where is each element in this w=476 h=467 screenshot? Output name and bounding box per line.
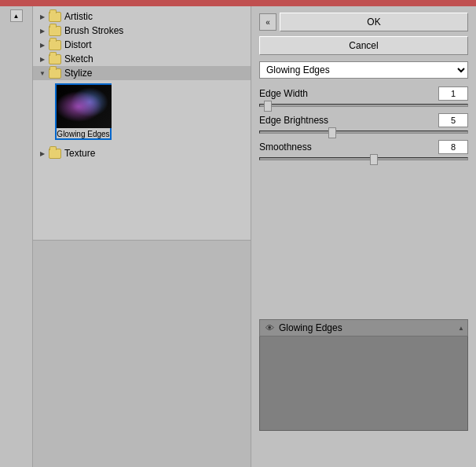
- edge-brightness-header: Edge Brightness 5: [259, 113, 468, 127]
- edge-brightness-label: Edge Brightness: [259, 115, 328, 126]
- preview-scroll-up[interactable]: ▲: [458, 325, 464, 332]
- preview-eye-icon[interactable]: 👁: [263, 322, 276, 334]
- brush-folder-icon: [49, 26, 61, 36]
- sketch-folder-icon: [49, 54, 61, 64]
- filter-panel: ▶ Artistic ▶ Brush Strokes ▶ Distort ▶ S…: [33, 6, 251, 467]
- artistic-arrow: ▶: [38, 12, 47, 21]
- cancel-button[interactable]: Cancel: [259, 36, 468, 55]
- distort-arrow: ▶: [38, 40, 47, 50]
- filter-dropdown-container: Glowing Edges: [259, 61, 468, 79]
- texture-folder-icon: [49, 149, 61, 159]
- glowing-edges-thumb-label: Glowing Edges: [57, 130, 110, 138]
- smoothness-param: Smoothness 8: [259, 140, 468, 160]
- edge-brightness-param: Edge Brightness 5: [259, 113, 468, 134]
- filter-tree: ▶ Artistic ▶ Brush Strokes ▶ Distort ▶ S…: [33, 6, 251, 240]
- glow-simulation: [57, 85, 112, 128]
- glowing-edges-thumb[interactable]: Glowing Edges: [55, 83, 112, 140]
- stylize-label: Stylize: [64, 68, 92, 79]
- stylize-children: Glowing Edges: [49, 80, 251, 146]
- edge-width-thumb[interactable]: [264, 101, 272, 112]
- smoothness-track: [259, 157, 468, 160]
- texture-arrow: ▶: [38, 149, 47, 158]
- ok-button[interactable]: OK: [280, 13, 468, 31]
- collapse-button[interactable]: «: [259, 13, 276, 31]
- edge-brightness-thumb[interactable]: [328, 127, 336, 138]
- smoothness-header: Smoothness 8: [259, 140, 468, 154]
- texture-label: Texture: [64, 148, 95, 159]
- preview-section: 👁 Glowing Edges ▲: [251, 319, 476, 467]
- preview-title: Glowing Edges: [279, 322, 458, 333]
- sidebar-item-artistic[interactable]: ▶ Artistic: [33, 9, 251, 24]
- edge-width-value[interactable]: 1: [438, 86, 468, 101]
- glowing-edges-thumb-img: [57, 85, 112, 128]
- brush-arrow: ▶: [38, 26, 47, 35]
- sketch-label: Sketch: [64, 53, 93, 64]
- edge-width-param: Edge Width 1: [259, 86, 468, 107]
- edge-brightness-track: [259, 131, 468, 134]
- stylize-arrow: ▼: [38, 68, 47, 78]
- spacer: [251, 173, 476, 313]
- ok-row: « OK: [259, 13, 468, 31]
- sidebar-item-brush-strokes[interactable]: ▶ Brush Strokes: [33, 24, 251, 38]
- edge-width-label: Edge Width: [259, 88, 308, 99]
- sidebar-item-stylize[interactable]: ▼ Stylize: [33, 66, 251, 80]
- preview-canvas: [259, 336, 468, 431]
- smoothness-thumb[interactable]: [370, 154, 378, 165]
- sketch-arrow: ▶: [38, 54, 47, 64]
- artistic-folder-icon: [49, 12, 61, 22]
- edge-width-header: Edge Width 1: [259, 86, 468, 101]
- sidebar-item-sketch[interactable]: ▶ Sketch: [33, 52, 251, 66]
- artistic-label: Artistic: [64, 11, 93, 22]
- filter-panel-bottom: [33, 240, 251, 468]
- smoothness-label: Smoothness: [259, 142, 312, 153]
- smoothness-value[interactable]: 8: [438, 140, 468, 154]
- controls-area: « OK Cancel Glowing Edges Edge Width 1: [251, 6, 476, 173]
- preview-header: 👁 Glowing Edges ▲: [259, 319, 468, 336]
- scroll-up-arrow[interactable]: ▲: [10, 9, 23, 22]
- left-scroll-panel: ▲: [0, 6, 33, 467]
- brush-label: Brush Strokes: [64, 25, 123, 36]
- edge-brightness-value[interactable]: 5: [438, 113, 468, 127]
- distort-folder-icon: [49, 40, 61, 50]
- top-bar: [0, 0, 476, 6]
- sidebar-item-distort[interactable]: ▶ Distort: [33, 38, 251, 52]
- distort-label: Distort: [64, 39, 92, 50]
- edge-width-track: [259, 104, 468, 107]
- stylize-folder-icon: [49, 68, 61, 79]
- right-panel: « OK Cancel Glowing Edges Edge Width 1: [251, 6, 476, 467]
- filter-dropdown[interactable]: Glowing Edges: [259, 61, 468, 79]
- sidebar-item-texture[interactable]: ▶ Texture: [33, 146, 251, 160]
